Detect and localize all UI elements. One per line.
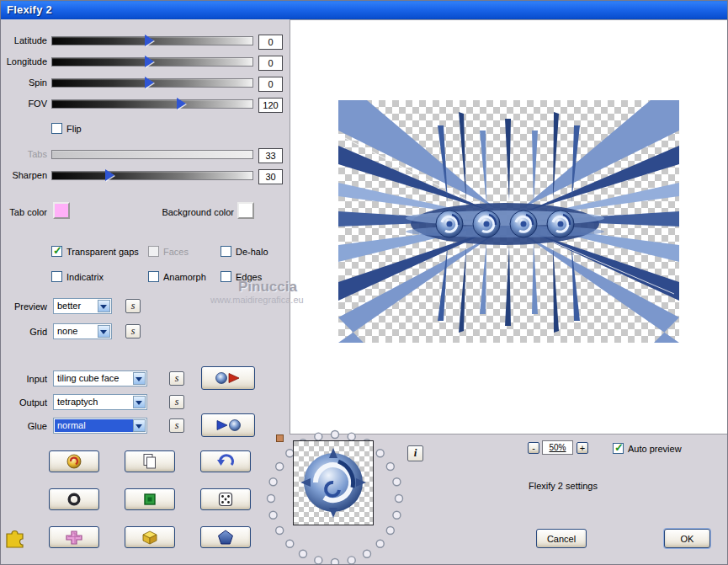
zoom-level[interactable]: 50% (542, 440, 573, 455)
flexify-dialog: Flexify 2 Latitude 0 Longitude 0 Spin 0 … (0, 0, 728, 565)
tab-color-swatch[interactable] (53, 202, 70, 219)
box-button[interactable] (125, 526, 175, 548)
grid-dropdown-value: none (55, 325, 98, 338)
glue-dropdown-value: normal (55, 419, 133, 432)
sharpen-slider[interactable] (51, 171, 253, 180)
dice-button[interactable] (200, 488, 251, 510)
longitude-value[interactable]: 0 (258, 56, 283, 71)
glue-s-button[interactable]: s (169, 418, 184, 433)
slider-thumb-icon[interactable] (145, 35, 154, 46)
grid-dropdown[interactable]: none (53, 323, 112, 339)
minus-icon: - (532, 444, 535, 453)
slider-thumb-icon[interactable] (145, 56, 154, 67)
glue-dropdown[interactable]: normal (53, 418, 147, 434)
copy-button[interactable] (125, 450, 175, 472)
flip-checkbox[interactable]: Flip (51, 123, 82, 134)
box-icon (140, 529, 160, 546)
chevron-down-icon[interactable] (133, 419, 146, 432)
random-swirl-button[interactable] (49, 450, 99, 472)
ring-button[interactable] (49, 488, 99, 510)
longitude-label: Longitude (1, 56, 47, 67)
checkbox-box-icon[interactable] (221, 271, 231, 282)
spin-slider[interactable] (51, 78, 253, 88)
indicatrix-label: Indicatrix (66, 272, 104, 282)
cancel-button[interactable]: Cancel (536, 529, 587, 548)
checkbox-box-icon[interactable] (148, 271, 159, 282)
info-button[interactable]: i (407, 445, 423, 461)
faces-checkbox: Faces (148, 246, 189, 257)
preview-s-button[interactable]: s (125, 299, 141, 313)
output-dropdown[interactable]: tetraptych (53, 394, 147, 410)
fov-label: FOV (1, 99, 47, 109)
watermark-name: Pinuccia (238, 279, 297, 296)
preview-canvas[interactable] (290, 19, 728, 434)
checkbox-box-icon[interactable] (221, 246, 231, 257)
tabs-label: Tabs (1, 149, 47, 159)
spin-value[interactable]: 0 (258, 77, 283, 92)
transparent-gaps-checkbox[interactable]: Transparent gaps (51, 246, 139, 257)
render-back-button[interactable] (201, 413, 255, 437)
latitude-label: Latitude (1, 35, 47, 45)
checkbox-box-icon[interactable] (51, 123, 62, 134)
transparent-gaps-label: Transparent gaps (66, 247, 139, 257)
fov-value[interactable]: 120 (258, 98, 283, 113)
dice-icon (217, 491, 234, 508)
render-forward-button[interactable] (201, 366, 255, 390)
anamorph-checkbox[interactable]: Anamorph (148, 271, 206, 282)
zoom-in-button[interactable]: + (577, 442, 588, 454)
anamorph-label: Anamorph (163, 272, 206, 282)
slider-thumb-icon[interactable] (105, 169, 114, 181)
dehalo-checkbox[interactable]: De-halo (221, 246, 268, 257)
cross-button[interactable] (49, 526, 99, 548)
copy-icon (141, 453, 158, 470)
green-square-button[interactable] (125, 488, 175, 510)
chevron-down-icon[interactable] (133, 396, 146, 408)
cancel-button-label: Cancel (547, 534, 576, 544)
ok-button-label: OK (681, 534, 694, 544)
grid-s-button[interactable]: s (125, 324, 141, 338)
chevron-down-icon[interactable] (133, 372, 146, 385)
sharpen-value[interactable]: 30 (258, 169, 283, 184)
latitude-value[interactable]: 0 (258, 35, 283, 50)
longitude-slider[interactable] (51, 57, 253, 67)
slider-thumb-icon[interactable] (145, 77, 154, 88)
ok-button[interactable]: OK (664, 529, 710, 548)
zoom-out-button[interactable]: - (528, 442, 539, 454)
puzzle-icon (4, 526, 28, 548)
fov-slider[interactable] (51, 99, 253, 109)
checkbox-box-icon[interactable] (613, 443, 624, 454)
background-color-swatch[interactable] (237, 202, 254, 219)
faces-label: Faces (163, 247, 189, 257)
output-s-button[interactable]: s (169, 395, 184, 409)
thumbnail-swirl-image (294, 441, 373, 525)
watermark-url: www.maidiregrafica.eu (210, 295, 304, 305)
input-label: Input (1, 374, 47, 384)
settings-caption: Flexify 2 settings (508, 481, 618, 491)
indicatrix-checkbox[interactable]: Indicatrix (51, 271, 104, 282)
plus-icon: + (580, 444, 585, 453)
render-play-sphere-icon (215, 418, 242, 432)
undo-button[interactable] (200, 450, 251, 472)
auto-preview-checkbox[interactable]: Auto preview (613, 443, 682, 454)
pentagon-button[interactable] (200, 526, 251, 548)
spin-label: Spin (1, 77, 47, 88)
auto-preview-label: Auto preview (628, 444, 682, 454)
latitude-slider[interactable] (51, 36, 253, 45)
slider-thumb-icon[interactable] (177, 98, 186, 109)
cross-icon (65, 529, 83, 546)
undo-icon (216, 454, 235, 469)
pentagon-icon (217, 529, 234, 546)
puzzle-button[interactable] (4, 526, 28, 552)
input-dropdown[interactable]: tiling cube face (53, 370, 147, 386)
checkbox-box-icon[interactable] (51, 246, 62, 257)
tabs-value: 33 (258, 148, 283, 163)
thumbnail-preview[interactable] (293, 440, 374, 525)
input-s-button[interactable]: s (169, 371, 184, 386)
title-bar[interactable]: Flexify 2 (1, 1, 728, 19)
input-dropdown-value: tiling cube face (55, 372, 133, 385)
chevron-down-icon[interactable] (98, 300, 110, 312)
chevron-down-icon[interactable] (98, 325, 110, 338)
preview-dropdown[interactable]: better (53, 298, 112, 314)
window-title: Flexify 2 (7, 3, 52, 16)
checkbox-box-icon[interactable] (51, 271, 62, 282)
